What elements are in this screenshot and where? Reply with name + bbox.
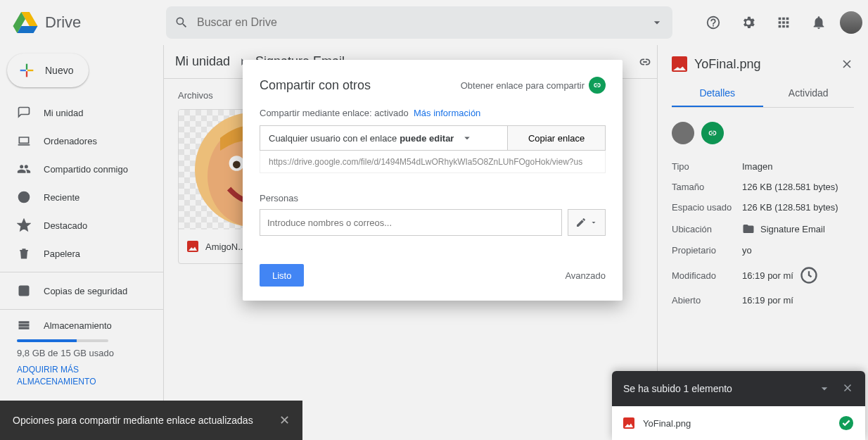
collapse-icon[interactable]	[817, 382, 831, 396]
link-icon	[589, 77, 606, 94]
toast: Opciones para compartir mediante enlace …	[0, 401, 302, 440]
advanced-link[interactable]: Avanzado	[565, 270, 606, 281]
caret-down-icon	[589, 218, 598, 227]
toast-message: Opciones para compartir mediante enlace …	[13, 415, 253, 426]
success-icon	[838, 415, 854, 431]
copy-link-button[interactable]: Copiar enlace	[507, 125, 606, 151]
get-shareable-link[interactable]: Obtener enlace para compartir	[461, 77, 606, 94]
people-label: Personas	[260, 193, 606, 203]
pencil-icon	[575, 217, 587, 228]
share-url-box[interactable]: https://drive.google.com/file/d/1494M54d…	[260, 151, 606, 173]
dropdown-caret-icon	[461, 132, 473, 144]
upload-header-text: Se ha subido 1 elemento	[623, 383, 732, 394]
permission-picker[interactable]	[568, 209, 606, 236]
share-dialog: Compartir con otros Obtener enlace para …	[243, 60, 623, 301]
permission-dropdown[interactable]: Cualquier usuario con el enlace puede ed…	[260, 125, 507, 151]
upload-filename: YoFinal.png	[643, 418, 691, 429]
link-status-text: Compartir mediante enlace: activado	[260, 108, 409, 118]
image-file-icon	[623, 417, 634, 429]
upload-panel: Se ha subido 1 elemento YoFinal.png	[612, 371, 865, 440]
people-input[interactable]	[260, 209, 562, 236]
more-info-link[interactable]: Más información	[414, 108, 480, 118]
upload-row[interactable]: YoFinal.png	[612, 406, 865, 440]
dialog-title: Compartir con otros	[260, 78, 461, 93]
close-icon[interactable]	[841, 382, 854, 394]
toast-close-icon[interactable]: ✕	[279, 413, 290, 428]
done-button[interactable]: Listo	[260, 264, 304, 287]
